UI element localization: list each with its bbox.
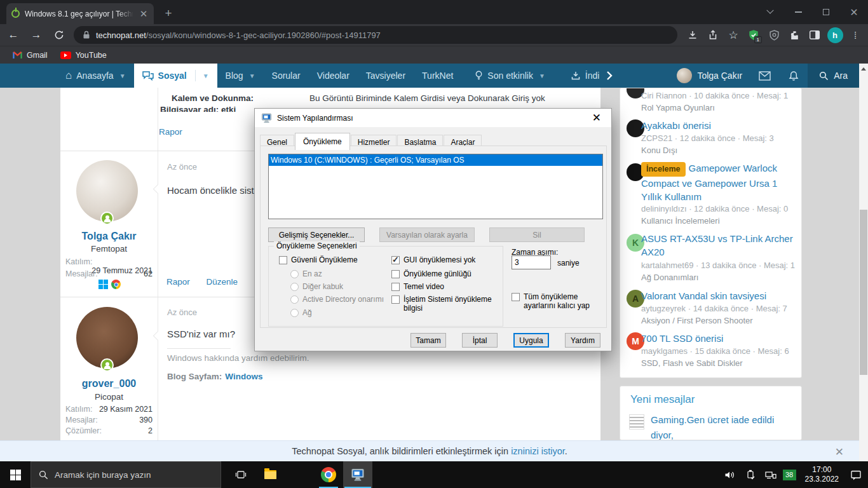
- volume-button[interactable]: [722, 470, 738, 480]
- windows-icon: [98, 280, 108, 289]
- browser-tab[interactable]: Windows 8.1 geç açılıyor | Techno ✕: [6, 3, 154, 24]
- username-link[interactable]: Tolga Çakır: [60, 231, 158, 242]
- nav-item-turknet[interactable]: TurkNet: [414, 64, 461, 88]
- os-boot-info-checkbox[interactable]: İşletim Sistemi önyükleme bilgisi: [391, 295, 503, 313]
- dialog-close-button[interactable]: ✕: [588, 111, 605, 125]
- browser-menu-button[interactable]: ⁞: [846, 26, 864, 44]
- make-permanent-checkbox[interactable]: Tüm önyükleme ayarlarını kalıcı yap: [512, 292, 607, 310]
- envelope-icon: [759, 71, 771, 81]
- tab-close-icon[interactable]: ✕: [139, 8, 149, 20]
- tab-onyukleme[interactable]: Önyükleme: [295, 133, 350, 150]
- ok-button[interactable]: Tamam: [410, 333, 446, 348]
- blog-link[interactable]: Windows: [225, 372, 262, 381]
- network-button[interactable]: [763, 470, 779, 480]
- apply-button[interactable]: Uygula: [513, 333, 549, 348]
- nav-item-sorular[interactable]: Sorular: [264, 64, 309, 88]
- nav-item-blog[interactable]: Blog ▼: [217, 64, 264, 88]
- boot-log-checkbox[interactable]: Önyükleme günlüğü: [391, 269, 471, 278]
- bookmark-gmail[interactable]: Gmail: [13, 51, 48, 60]
- safe-boot-shell-radio[interactable]: Diğer kabuk: [290, 282, 343, 291]
- downloads-button[interactable]: [684, 26, 702, 44]
- profile-button[interactable]: h: [826, 26, 844, 44]
- address-bar[interactable]: technopat.net/sosyal/konu/windows-8-1-ge…: [74, 26, 677, 44]
- thread-title[interactable]: 700 TL SSD önerisi: [641, 332, 796, 345]
- bookmark-star-button[interactable]: ☆: [724, 26, 742, 44]
- action-center-button[interactable]: [848, 470, 864, 480]
- alerts-button[interactable]: [780, 64, 808, 88]
- extension-antivirus-button[interactable]: 1: [745, 26, 763, 44]
- forward-button[interactable]: →: [27, 26, 46, 44]
- nav-item-anasayfa[interactable]: ⌂ Anasayfa ▼: [57, 64, 134, 88]
- search-icon: [819, 71, 829, 81]
- messages-button[interactable]: [750, 64, 780, 88]
- chrome-taskbar-button[interactable]: [314, 461, 343, 488]
- cancel-button[interactable]: İptal: [462, 333, 498, 348]
- delete-button[interactable]: Sil: [489, 227, 585, 242]
- thread-title[interactable]: İncelemeGamepower Warlock Compact ve Gam…: [641, 161, 796, 203]
- extension-vpn-button[interactable]: [765, 26, 783, 44]
- site-search-button[interactable]: Ara: [808, 64, 859, 88]
- maximize-button[interactable]: [812, 0, 840, 24]
- safe-boot-adrepair-radio[interactable]: Active Directory onarımı: [290, 295, 384, 304]
- extensions-button[interactable]: [785, 26, 803, 44]
- nav-item-sosyal[interactable]: Sosyal ▼: [134, 64, 217, 88]
- help-button[interactable]: Yardım: [565, 333, 600, 348]
- scrollbar-thumb[interactable]: [860, 210, 867, 375]
- new-tab-button[interactable]: +: [160, 5, 177, 22]
- thread-title[interactable]: Ayakkabı önerisi: [641, 119, 796, 132]
- safe-boot-minimal-radio[interactable]: En az: [290, 269, 322, 278]
- nav-item-videolar[interactable]: Videolar: [309, 64, 358, 88]
- nav-item-indirimler[interactable]: İndi: [562, 64, 601, 88]
- avatar[interactable]: [629, 414, 644, 430]
- start-button[interactable]: [0, 461, 31, 488]
- window-menu-icon[interactable]: [756, 0, 784, 24]
- back-button[interactable]: ←: [4, 26, 23, 44]
- post-timestamp[interactable]: Az önce: [167, 308, 197, 317]
- safe-boot-checkbox[interactable]: Güvenli Önyükleme: [279, 255, 358, 264]
- timeout-input[interactable]: [512, 255, 551, 269]
- taskbar-clock[interactable]: 17:00 23.3.2022: [800, 465, 844, 484]
- notification-close-icon[interactable]: ✕: [835, 445, 844, 459]
- checkbox-icon: [512, 293, 520, 301]
- username-link[interactable]: grover_000: [60, 378, 158, 390]
- no-gui-boot-checkbox[interactable]: GUI önyüklemesi yok: [391, 255, 475, 264]
- permission-link[interactable]: izninizi istiyor: [511, 446, 565, 456]
- report-link[interactable]: Rapor: [166, 277, 190, 287]
- file-explorer-button[interactable]: [255, 461, 285, 488]
- edit-link[interactable]: Düzenle: [207, 277, 238, 287]
- bookmark-label: Gmail: [27, 51, 48, 60]
- boot-entries-list[interactable]: Windows 10 (C:\WINDOWS) : Geçerli OS; Va…: [268, 154, 603, 219]
- scroll-up-icon[interactable]: [861, 67, 866, 71]
- boot-entry-selected[interactable]: Windows 10 (C:\WINDOWS) : Geçerli OS; Va…: [269, 154, 602, 166]
- thread-title[interactable]: Gaming.Gen ücret iade edildi diyor, bank…: [651, 412, 797, 440]
- nav-item-son-etkinlik[interactable]: Son etkinlik ▼: [466, 64, 553, 88]
- advanced-options-button[interactable]: Gelişmiş Seçenekler...: [268, 227, 365, 242]
- close-button[interactable]: ✕: [840, 0, 868, 24]
- share-button[interactable]: [704, 26, 722, 44]
- base-video-checkbox[interactable]: Temel video: [391, 282, 444, 291]
- nav-item-tavsiyeler[interactable]: Tavsiyeler: [358, 64, 414, 88]
- checkbox-icon: [391, 283, 400, 291]
- task-view-button[interactable]: [226, 461, 255, 488]
- chevron-down-icon: ▼: [119, 72, 126, 79]
- side-panel-button[interactable]: [806, 26, 824, 44]
- msconfig-taskbar-button[interactable]: [343, 461, 372, 488]
- bookmark-youtube[interactable]: YouTube: [60, 51, 107, 60]
- page-scrollbar[interactable]: [859, 64, 868, 461]
- dialog-titlebar[interactable]: Sistem Yapılandırması ✕: [255, 109, 611, 127]
- post-timestamp[interactable]: Az önce: [167, 162, 197, 172]
- usb-eject-button[interactable]: [742, 470, 759, 480]
- report-link[interactable]: Rapor: [159, 127, 182, 137]
- safe-boot-network-radio[interactable]: Ağ: [290, 308, 312, 317]
- thread-title[interactable]: ASUS RT-AX53U vs TP-Link Archer AX20: [641, 232, 796, 259]
- set-default-button[interactable]: Varsayılan olarak ayarla: [379, 227, 475, 242]
- online-badge: [100, 358, 114, 372]
- minimize-button[interactable]: [784, 0, 812, 24]
- reload-button[interactable]: [50, 26, 69, 44]
- taskbar-search[interactable]: Aramak için buraya yazın: [31, 461, 221, 488]
- thread-title[interactable]: Valorant Vandal skin tavsiyesi: [641, 289, 796, 302]
- antivirus-tray-badge[interactable]: 38: [783, 470, 796, 480]
- account-menu[interactable]: Tolga Çakır: [669, 64, 750, 88]
- chevron-down-icon: ▼: [539, 72, 545, 79]
- nav-expand-chevron[interactable]: [600, 64, 618, 88]
